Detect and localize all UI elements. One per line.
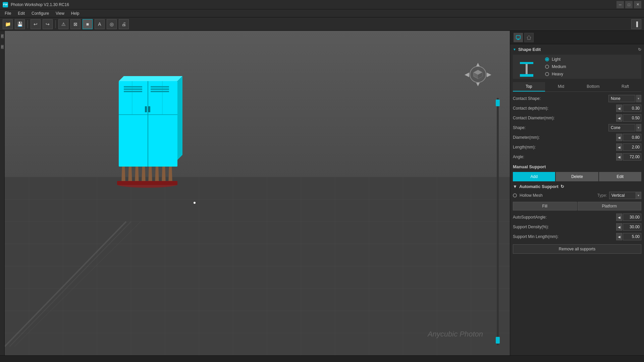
main-area: P P	[0, 31, 644, 355]
auto-support-refresh-button[interactable]: ↻	[560, 184, 564, 189]
contact-diameter-value[interactable]: 0.50	[623, 114, 641, 122]
refresh-button[interactable]: ↻	[638, 47, 641, 52]
slider-thumb-bottom[interactable]	[496, 337, 500, 344]
radio-light-dot[interactable]	[545, 57, 549, 61]
cube-button[interactable]: ■	[83, 19, 93, 29]
save-button[interactable]: 💾	[15, 19, 25, 29]
radio-heavy-dot[interactable]	[545, 72, 549, 76]
nav-center-cube[interactable]	[470, 66, 486, 83]
tab-bottom[interactable]: Bottom	[577, 82, 609, 92]
viewport[interactable]: ▲ ▼ ◀ ▶ Anycubic Photon	[5, 31, 510, 355]
undo-button[interactable]: ↩	[31, 19, 41, 29]
shape-base	[520, 74, 533, 77]
statusbar	[0, 355, 644, 362]
print-button[interactable]: 🖨	[119, 19, 129, 29]
menu-file[interactable]: File	[1, 10, 14, 16]
shape-value[interactable]: Cone	[608, 124, 635, 131]
text-button[interactable]: A	[95, 19, 105, 29]
contact-shape-arrow[interactable]: ▼	[636, 95, 641, 102]
auto-support-angle-decrement[interactable]: ◀	[616, 214, 622, 221]
length-label: Length(mm):	[513, 145, 616, 149]
auto-support-angle-value[interactable]: 30.00	[623, 214, 641, 221]
svg-rect-51	[151, 86, 169, 87]
svg-rect-53	[151, 91, 169, 92]
auto-support-angle-control: ◀ 30.00	[616, 214, 641, 221]
minimize-button[interactable]: ─	[616, 1, 624, 8]
nav-left-arrow[interactable]: ◀	[465, 71, 469, 78]
type-label: Type:	[597, 193, 607, 198]
window-controls: ─ □ ✕	[616, 1, 641, 8]
open-folder-button[interactable]: 📁	[3, 19, 13, 29]
support-density-control: ◀ 30.00	[616, 223, 641, 231]
app-title: Photon Workshop V2.1.30 RC16	[11, 2, 69, 7]
angle-decrement[interactable]: ◀	[616, 153, 622, 161]
radio-heavy-row[interactable]: Heavy	[545, 72, 566, 76]
contact-depth-decrement[interactable]: ◀	[616, 105, 622, 112]
collapse-arrow-icon[interactable]: ▼	[513, 48, 516, 51]
3d-model	[112, 61, 189, 188]
radio-medium-row[interactable]: Medium	[545, 64, 566, 69]
slider-thumb-top[interactable]	[496, 100, 500, 106]
strip-marker-p2: P	[1, 45, 4, 49]
panel-icon-screen[interactable]	[514, 33, 523, 42]
shape-arrow[interactable]: ▼	[636, 124, 641, 131]
shape-edit-panel: ▼ Shape Edit ↻ Light	[510, 44, 644, 355]
redo-button[interactable]: ↪	[43, 19, 53, 29]
tab-raft[interactable]: Raft	[609, 82, 641, 92]
length-control: ◀ 2.00	[616, 143, 641, 151]
edit-support-button[interactable]: Edit	[599, 172, 641, 181]
nav-right-arrow[interactable]: ▶	[487, 71, 491, 78]
shape-edit-header: ▼ Shape Edit ↻	[513, 47, 641, 52]
panel-toggle-button[interactable]: ▐	[631, 19, 641, 29]
nav-down-arrow[interactable]: ▼	[475, 81, 481, 88]
type-arrow[interactable]: ▼	[636, 192, 641, 199]
tab-mid[interactable]: Mid	[545, 82, 577, 92]
support-min-length-value[interactable]: 5.00	[623, 233, 641, 240]
grid-floor	[5, 177, 510, 355]
contact-shape-label: Contact Shape:	[513, 96, 608, 101]
diameter-value[interactable]: 0.80	[623, 134, 641, 141]
menu-help[interactable]: Help	[68, 10, 83, 16]
close-button[interactable]: ✕	[634, 1, 641, 8]
radio-light-row[interactable]: Light	[545, 57, 566, 62]
menu-edit[interactable]: Edit	[14, 10, 28, 16]
watermark: Anycubic Photon	[428, 330, 483, 339]
tab-top[interactable]: Top	[513, 82, 545, 92]
type-dropdown: Vertical ▼	[609, 192, 641, 199]
maximize-button[interactable]: □	[625, 1, 633, 8]
support-min-length-control: ◀ 5.00	[616, 233, 641, 240]
support-min-length-decrement[interactable]: ◀	[616, 233, 622, 240]
contact-shape-value[interactable]: None	[608, 95, 635, 102]
vertical-slider[interactable]	[496, 98, 500, 345]
support-density-decrement[interactable]: ◀	[616, 223, 622, 231]
angle-control: ◀ 72.00	[616, 153, 641, 161]
auto-support-collapse-icon[interactable]: ▼	[513, 184, 517, 189]
angle-value[interactable]: 72.00	[623, 153, 641, 161]
panel-icon-house[interactable]	[524, 33, 534, 42]
circle-tools-button[interactable]: ◎	[107, 19, 117, 29]
delete-support-button[interactable]: Delete	[556, 172, 598, 181]
radio-medium-dot[interactable]	[545, 65, 549, 69]
hollow-mesh-radio[interactable]	[513, 193, 517, 197]
navigation-widget[interactable]: ▲ ▼ ◀ ▶	[465, 61, 491, 88]
nav-up-arrow[interactable]: ▲	[475, 61, 481, 68]
support-density-label: Support Density(%):	[513, 225, 616, 229]
menu-view[interactable]: View	[52, 10, 68, 16]
warning-button[interactable]: ⚠	[58, 19, 68, 29]
svg-marker-64	[527, 36, 531, 40]
platform-button[interactable]: Platform	[578, 202, 642, 210]
length-decrement[interactable]: ◀	[616, 143, 622, 151]
length-value[interactable]: 2.00	[623, 143, 641, 151]
type-value[interactable]: Vertical	[609, 192, 636, 199]
contact-diameter-decrement[interactable]: ◀	[616, 114, 622, 122]
menu-configure[interactable]: Configure	[28, 10, 52, 16]
remove-all-supports-button[interactable]: Remove all supports	[513, 244, 641, 254]
contact-diameter-label: Contact Diameter(mm):	[513, 116, 616, 120]
fill-button[interactable]: Fill	[513, 202, 577, 210]
selection-button[interactable]: ⊠	[70, 19, 80, 29]
contact-depth-value[interactable]: 0.30	[623, 105, 641, 112]
diameter-decrement[interactable]: ◀	[616, 134, 622, 141]
add-support-button[interactable]: Add	[513, 172, 555, 181]
toolbar-separator-1	[28, 20, 28, 28]
support-density-value[interactable]: 30.00	[623, 223, 641, 231]
